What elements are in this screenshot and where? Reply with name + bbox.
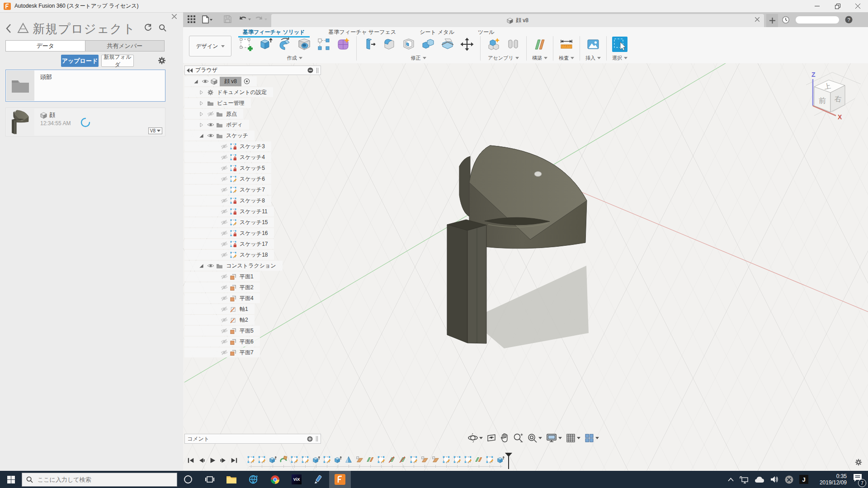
expander-collapsed-icon[interactable] — [198, 121, 205, 129]
data-panel-close-icon[interactable] — [172, 14, 177, 19]
ribbon-tab-solid[interactable]: 基準フィーチャ ソリッド — [241, 28, 307, 36]
browser-item[interactable]: スケッチ18 — [184, 250, 274, 260]
modify-group-label[interactable]: 修正 — [411, 55, 426, 61]
comment-add-icon[interactable] — [307, 436, 313, 442]
timeline-feature-sketch[interactable] — [246, 455, 255, 464]
ribbon-tab-surface[interactable]: 基準フィーチャ サーフェス — [327, 28, 398, 36]
refresh-icon[interactable] — [144, 23, 152, 32]
browser-item[interactable]: スケッチ6 — [184, 174, 271, 184]
shell-button[interactable] — [401, 37, 416, 52]
timeline-feature-sketch[interactable] — [290, 455, 299, 464]
timeline-feature-sketch[interactable] — [453, 455, 462, 464]
zoom-window-icon[interactable] — [527, 433, 542, 443]
timeline-feature-sketch[interactable] — [442, 455, 451, 464]
visibility-eye-off-icon[interactable] — [220, 164, 228, 172]
visibility-eye-off-icon[interactable] — [220, 295, 228, 302]
settings-gear-icon[interactable] — [157, 56, 166, 65]
browser-item[interactable]: スケッチ11 — [184, 206, 274, 216]
fusion-taskbar-icon[interactable] — [329, 471, 351, 488]
upload-button[interactable]: アップロード — [61, 55, 99, 67]
timeline-feature-sketch[interactable] — [257, 455, 266, 464]
browser-item[interactable]: ビュー管理 — [184, 98, 251, 108]
visibility-eye-off-icon[interactable] — [220, 316, 228, 324]
visibility-eye-off-icon[interactable] — [220, 175, 228, 183]
create-group-label[interactable]: 作成 — [287, 55, 302, 61]
inspect-group-label[interactable]: 検査 — [559, 55, 574, 61]
browser-item[interactable]: コンストラクション — [184, 261, 283, 271]
browser-item[interactable]: ドキュメントの設定 — [184, 87, 273, 97]
insert-canvas-button[interactable] — [585, 37, 601, 52]
timeline-feature-sketch[interactable] — [377, 455, 386, 464]
task-view-icon[interactable] — [199, 471, 221, 488]
tray-close-status-icon[interactable] — [785, 475, 793, 484]
apps-grid-icon[interactable] — [188, 15, 195, 23]
undo-icon[interactable] — [238, 15, 252, 23]
browser-item[interactable]: スケッチ7 — [184, 185, 271, 195]
timeline-go-to-start-button[interactable] — [187, 456, 194, 464]
action-center-icon[interactable]: 7 — [853, 473, 864, 486]
internet-explorer-icon[interactable] — [242, 471, 264, 488]
tray-j-app-icon[interactable]: J — [799, 475, 808, 484]
visibility-eye-off-icon[interactable] — [207, 110, 214, 118]
browser-item[interactable]: スケッチ3 — [184, 141, 271, 151]
new-folder-button[interactable]: 新規フォルダ — [101, 55, 134, 67]
timeline-play-button[interactable] — [208, 456, 216, 464]
measure-button[interactable] — [559, 37, 574, 52]
visibility-eye-off-icon[interactable] — [220, 251, 228, 259]
version-dropdown[interactable]: V8 — [148, 127, 162, 134]
press-pull-button[interactable] — [362, 37, 377, 52]
timeline-feature-sketch[interactable] — [301, 455, 310, 464]
comment-bar[interactable]: コメント — [184, 434, 321, 444]
select-button[interactable] — [612, 37, 627, 52]
timeline-feature-planetan[interactable] — [355, 455, 364, 464]
file-explorer-icon[interactable] — [221, 471, 242, 488]
onedrive-cloud-icon[interactable] — [755, 476, 764, 483]
joint-button[interactable] — [505, 37, 521, 52]
browser-item[interactable]: 平面7 — [184, 347, 260, 357]
timeline-feature-extrude[interactable] — [311, 455, 321, 464]
tray-expand-icon[interactable] — [728, 478, 734, 482]
timeline-feature-axisgreen[interactable] — [387, 455, 396, 464]
browser-item[interactable]: 原点 — [184, 109, 243, 119]
split-body-button[interactable] — [440, 37, 455, 52]
window-minimize-button[interactable] — [807, 0, 827, 12]
timeline-go-to-end-button[interactable] — [230, 456, 238, 464]
timeline-feature-axisgreen[interactable] — [398, 455, 407, 464]
tab-shared-members[interactable]: 共有メンバー — [85, 41, 165, 51]
visibility-eye-off-icon[interactable] — [220, 349, 228, 357]
file-menu-icon[interactable] — [202, 15, 213, 23]
visibility-eye-off-icon[interactable] — [220, 230, 228, 237]
construction-plane-button[interactable] — [532, 37, 547, 52]
expander-expanded-icon[interactable] — [198, 132, 205, 140]
timeline-feature-sketch[interactable] — [485, 455, 494, 464]
visibility-eye-off-icon[interactable] — [220, 186, 228, 194]
expander-expanded-icon[interactable] — [192, 78, 200, 85]
visibility-eye-off-icon[interactable] — [220, 219, 228, 226]
browser-root-item[interactable]: 顔 v8 — [184, 76, 257, 86]
document-tab[interactable]: 顔 v8 — [271, 14, 764, 27]
taskbar-search[interactable] — [22, 473, 177, 487]
search-input[interactable] — [37, 476, 173, 483]
insert-group-label[interactable]: 挿入 — [585, 55, 601, 61]
create-sketch-button[interactable] — [238, 37, 254, 52]
visibility-eye-icon[interactable] — [207, 132, 214, 140]
new-tab-button[interactable] — [766, 14, 778, 27]
visibility-eye-off-icon[interactable] — [220, 197, 228, 205]
ribbon-tab-tools[interactable]: ツール — [476, 28, 496, 36]
timeline-position-marker[interactable] — [505, 453, 512, 469]
combine-button[interactable] — [420, 37, 436, 52]
activate-component-radio-icon[interactable] — [243, 78, 250, 85]
timeline-feature-sweep[interactable] — [279, 455, 288, 464]
visibility-eye-off-icon[interactable] — [220, 305, 228, 313]
vix-app-icon[interactable]: ViX — [286, 471, 307, 488]
timeline-step-forward-button[interactable] — [219, 456, 227, 464]
select-group-label[interactable]: 選択 — [612, 55, 627, 61]
grid-snap-icon[interactable] — [566, 433, 580, 443]
create-form-button[interactable] — [335, 37, 351, 52]
visibility-eye-icon[interactable] — [201, 78, 209, 85]
user-account-redacted[interactable] — [796, 16, 839, 23]
browser-item[interactable]: 平面6 — [184, 337, 260, 347]
browser-item[interactable]: 平面4 — [184, 293, 260, 303]
network-icon[interactable] — [740, 476, 749, 483]
visibility-eye-icon[interactable] — [207, 262, 214, 270]
